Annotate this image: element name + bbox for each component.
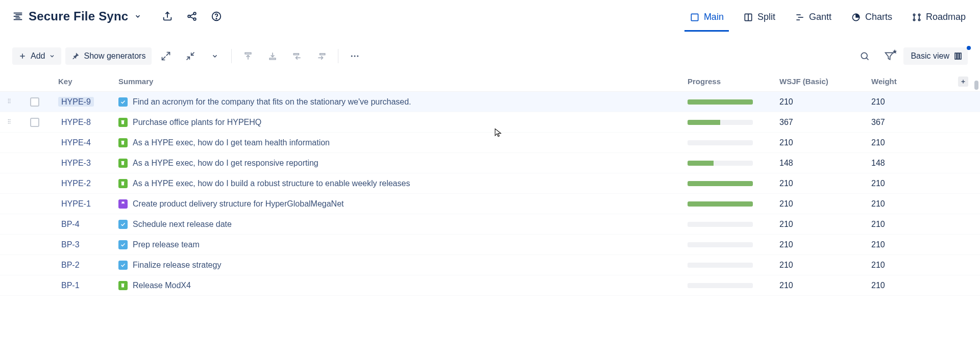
issue-summary[interactable]: Finalize release strategy (133, 261, 221, 270)
view-tab-split[interactable]: Split (741, 3, 777, 30)
issue-key-link[interactable]: BP-3 (58, 240, 83, 249)
show-generators-label: Show generators (84, 52, 145, 61)
svg-point-51 (8, 98, 9, 99)
column-header-summary[interactable]: Summary (112, 77, 688, 86)
svg-point-5 (188, 15, 191, 18)
help-icon[interactable] (211, 11, 222, 22)
issue-summary[interactable]: Find an acronym for the company that fit… (133, 97, 411, 107)
outdent-button[interactable] (287, 46, 307, 66)
progress-bar (688, 140, 753, 145)
svg-marker-45 (893, 49, 897, 53)
table-row[interactable]: BP-3Prep release team210210 (0, 235, 980, 255)
view-preset-dropdown[interactable]: Basic view (903, 47, 968, 65)
add-column-button[interactable] (958, 76, 968, 87)
table-row[interactable]: BP-2Finalize release strategy210210 (0, 255, 980, 275)
issue-key-link[interactable]: HYPE-8 (58, 117, 94, 127)
column-header-progress[interactable]: Progress (688, 77, 779, 86)
move-up-button[interactable] (238, 46, 258, 66)
issue-summary[interactable]: Schedule next release date (133, 220, 232, 229)
svg-point-55 (8, 102, 9, 103)
table-row[interactable]: HYPE-9Find an acronym for the company th… (0, 92, 980, 112)
issue-key-link[interactable]: HYPE-3 (58, 158, 94, 168)
weight-value: 367 (871, 118, 955, 127)
issue-key-link[interactable]: HYPE-4 (58, 138, 94, 147)
svg-line-28 (162, 56, 166, 60)
issue-summary[interactable]: As a HYPE exec, how do I get responsive … (133, 159, 318, 168)
export-icon[interactable] (162, 11, 173, 22)
drag-handle[interactable] (6, 116, 12, 129)
issue-summary[interactable]: Prep release team (133, 240, 200, 249)
wsjf-value: 210 (779, 281, 871, 290)
issue-key-link[interactable]: BP-2 (58, 260, 83, 270)
issue-summary[interactable]: As a HYPE exec, how do I get team health… (133, 138, 330, 147)
svg-point-62 (10, 122, 11, 123)
table-row[interactable]: BP-1Release ModX4210210 (0, 275, 980, 296)
issue-key-link[interactable]: HYPE-1 (58, 199, 94, 209)
drag-handle[interactable] (6, 96, 12, 108)
view-tab-gantt[interactable]: Gantt (793, 3, 834, 30)
table-row[interactable]: HYPE-4As a HYPE exec, how do I get team … (0, 133, 980, 153)
move-down-button[interactable] (262, 46, 283, 66)
issue-key-link[interactable]: HYPE-2 (58, 178, 94, 188)
indent-button[interactable] (311, 46, 332, 66)
toolbar: Add Show generators Basic view (0, 41, 980, 71)
vertical-scrollbar[interactable] (974, 78, 979, 357)
row-checkbox[interactable] (30, 97, 39, 107)
issue-type-story-icon (118, 281, 128, 290)
filter-button[interactable] (879, 46, 899, 66)
table-header: Key Summary Progress WSJF (Basic) Weight (0, 71, 980, 92)
issue-key-link[interactable]: BP-4 (58, 219, 83, 229)
show-generators-button[interactable]: Show generators (65, 47, 152, 65)
project-title: Secure File Sync (29, 9, 128, 23)
wsjf-value: 148 (779, 159, 871, 168)
issue-key-link[interactable]: HYPE-9 (58, 97, 94, 107)
svg-rect-31 (246, 53, 252, 54)
column-header-wsjf[interactable]: WSJF (Basic) (779, 77, 871, 86)
collapse-all-button[interactable] (180, 46, 201, 66)
svg-line-43 (867, 58, 869, 60)
expand-all-button[interactable] (156, 46, 176, 66)
search-button[interactable] (854, 46, 875, 66)
progress-bar (688, 263, 753, 268)
table-row[interactable]: HYPE-2As a HYPE exec, how do I build a r… (0, 173, 980, 194)
svg-rect-47 (958, 53, 959, 59)
progress-bar (688, 181, 753, 186)
table-row[interactable]: HYPE-1Create product delivery structure … (0, 194, 980, 214)
svg-rect-87 (121, 182, 124, 185)
row-checkbox[interactable] (30, 118, 39, 127)
table-row[interactable]: BP-4Schedule next release date210210 (0, 214, 980, 235)
share-icon[interactable] (186, 11, 198, 22)
columns-icon (953, 52, 963, 61)
issue-key-link[interactable]: BP-1 (58, 280, 83, 290)
issue-summary[interactable]: Create product delivery structure for Hy… (133, 199, 344, 209)
view-tab-charts[interactable]: Charts (849, 3, 894, 30)
issue-summary[interactable]: Release ModX4 (133, 281, 191, 290)
column-header-key[interactable]: Key (51, 77, 112, 86)
wsjf-value: 210 (779, 261, 871, 270)
issue-summary[interactable]: As a HYPE exec, how do I build a robust … (133, 179, 410, 188)
weight-value: 210 (871, 179, 955, 188)
toolbar-separator (338, 49, 338, 63)
weight-value: 210 (871, 199, 955, 209)
svg-point-40 (354, 55, 356, 57)
svg-rect-71 (121, 141, 124, 144)
issue-summary[interactable]: Purchase office plants for HYPEHQ (133, 118, 261, 127)
table-row[interactable]: HYPE-3As a HYPE exec, how do I get respo… (0, 153, 980, 173)
weight-value: 210 (871, 281, 955, 290)
svg-point-53 (8, 100, 9, 101)
view-tab-main[interactable]: Main (688, 3, 726, 30)
issue-type-task-icon (118, 240, 128, 249)
add-button[interactable]: Add (12, 47, 61, 65)
column-header-weight[interactable]: Weight (871, 77, 955, 86)
main-view-icon (690, 12, 700, 22)
svg-marker-95 (122, 201, 125, 204)
issue-type-task-icon (118, 261, 128, 270)
view-tab-roadmap[interactable]: Roadmap (910, 3, 968, 30)
progress-bar (688, 201, 753, 207)
expand-collapse-dropdown[interactable] (205, 46, 225, 66)
svg-point-60 (10, 121, 11, 122)
more-actions-button[interactable] (345, 46, 365, 66)
project-switcher[interactable]: Secure File Sync (12, 9, 141, 23)
svg-point-59 (8, 121, 9, 122)
table-row[interactable]: HYPE-8Purchase office plants for HYPEHQ3… (0, 112, 980, 133)
